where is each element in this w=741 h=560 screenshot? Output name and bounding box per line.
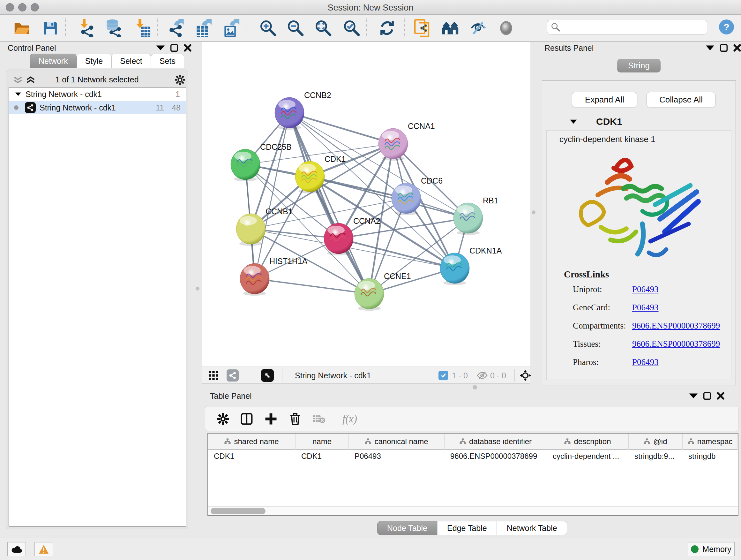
panel-menu-icon[interactable] bbox=[156, 45, 165, 51]
scrollbar-thumb[interactable] bbox=[211, 508, 266, 514]
network-edge-HIST1H1A-CCNE1[interactable] bbox=[255, 279, 369, 294]
zoom-in-icon[interactable] bbox=[259, 19, 277, 37]
column-header-name[interactable]: name bbox=[295, 434, 349, 449]
tab-network-table[interactable]: Network Table bbox=[497, 521, 567, 535]
hide-selection-icon[interactable] bbox=[469, 19, 487, 37]
tab-network[interactable]: Network bbox=[30, 54, 77, 68]
table-cell[interactable]: P06493 bbox=[349, 449, 445, 463]
column-header-canonical-name[interactable]: canonical name bbox=[349, 434, 445, 449]
column-header-namespac[interactable]: namespac bbox=[683, 434, 738, 449]
warnings-button[interactable] bbox=[35, 542, 53, 556]
refresh-layout-icon[interactable] bbox=[378, 19, 396, 37]
import-network-file-icon[interactable] bbox=[77, 19, 95, 37]
toolbar-search[interactable] bbox=[547, 20, 707, 35]
open-session-icon[interactable] bbox=[13, 19, 30, 37]
network-edge-CCNB2-CCNA1[interactable] bbox=[289, 113, 393, 144]
float-panel-icon[interactable] bbox=[703, 392, 711, 400]
zoom-fit-icon[interactable] bbox=[314, 19, 332, 37]
column-header--id[interactable]: @id bbox=[629, 434, 683, 449]
close-panel-icon[interactable] bbox=[717, 392, 724, 400]
zoom-out-icon[interactable] bbox=[286, 19, 305, 37]
delete-column-icon[interactable] bbox=[287, 411, 304, 427]
tab-edge-table[interactable]: Edge Table bbox=[437, 521, 497, 535]
tab-string[interactable]: String bbox=[617, 59, 661, 72]
network-node-CCNA1[interactable]: CCNA1 bbox=[379, 122, 435, 161]
table-row[interactable]: CDK1CDK1P064939606.ENSP00000378699cyclin… bbox=[208, 449, 738, 463]
show-all-networks-icon[interactable] bbox=[441, 19, 459, 37]
table-cell[interactable]: 9606.ENSP00000378699 bbox=[445, 449, 547, 463]
cdk1-entry-header[interactable]: CDK1 bbox=[545, 114, 733, 129]
title-bar: Session: New Session bbox=[0, 0, 741, 15]
crosslink-link[interactable]: P06493 bbox=[632, 285, 659, 294]
memory-button[interactable]: Memory bbox=[688, 542, 735, 556]
tab-sets[interactable]: Sets bbox=[151, 54, 184, 68]
float-panel-icon[interactable] bbox=[720, 44, 728, 52]
select-columns-icon[interactable] bbox=[239, 411, 255, 427]
close-panel-icon[interactable] bbox=[733, 44, 741, 52]
crosslink-link[interactable]: P06493 bbox=[632, 303, 659, 313]
crosslink-link[interactable]: 9606.ENSP00000378699 bbox=[632, 321, 720, 331]
network-node-HIST1H1A[interactable]: HIST1H1A bbox=[240, 257, 308, 296]
column-header-shared-name[interactable]: shared name bbox=[208, 434, 295, 449]
hidden-eye-icon[interactable] bbox=[477, 369, 488, 382]
zoom-selected-icon[interactable] bbox=[343, 19, 360, 37]
export-network-icon[interactable] bbox=[167, 19, 185, 37]
import-network-database-icon[interactable] bbox=[105, 19, 122, 37]
table-gear-icon[interactable] bbox=[215, 411, 231, 427]
crosslinks-title: CrossLinks bbox=[564, 269, 609, 280]
network-node-RB1[interactable]: RB1 bbox=[454, 196, 498, 235]
network-node-CCNE1[interactable]: CCNE1 bbox=[354, 272, 411, 311]
birdseye-toggle-icon[interactable] bbox=[261, 369, 274, 382]
network-node-CDKN1A[interactable]: CDKN1A bbox=[440, 246, 502, 285]
panel-menu-icon[interactable] bbox=[689, 393, 697, 398]
tab-select[interactable]: Select bbox=[111, 54, 151, 68]
search-input[interactable] bbox=[562, 23, 700, 32]
save-session-icon[interactable] bbox=[42, 19, 59, 37]
crosslink-link[interactable]: 9606.ENSP00000378699 bbox=[632, 339, 720, 349]
network-collection-row[interactable]: String Network - cdk1 1 bbox=[9, 87, 186, 101]
grid-mode-icon[interactable] bbox=[208, 369, 219, 382]
gear-icon[interactable] bbox=[175, 74, 185, 85]
table-cell[interactable]: CDK1 bbox=[295, 449, 349, 463]
network-row[interactable]: String Network - cdk1 11 48 bbox=[9, 101, 186, 114]
window-title: Session: New Session bbox=[0, 3, 741, 13]
table-cell[interactable]: cyclin-dependent ... bbox=[547, 449, 629, 463]
collapse-all-button[interactable]: Collapse All bbox=[647, 92, 716, 107]
collection-expanded-icon[interactable] bbox=[15, 92, 21, 96]
network-edge-CCNB2-CCNE1[interactable] bbox=[289, 113, 369, 294]
tab-style[interactable]: Style bbox=[77, 54, 112, 68]
network-column-icon bbox=[365, 438, 371, 445]
table-horizontal-scrollbar[interactable] bbox=[208, 506, 738, 515]
export-table-icon[interactable] bbox=[194, 19, 212, 37]
memory-label: Memory bbox=[702, 545, 731, 554]
column-header-database-identifier[interactable]: database identifier bbox=[445, 434, 547, 449]
current-network-title: String Network - cdk1 bbox=[295, 369, 371, 382]
right-splitter-handle[interactable] bbox=[532, 210, 536, 214]
show-selection-icon[interactable] bbox=[497, 19, 515, 37]
tab-node-table[interactable]: Node Table bbox=[377, 521, 437, 535]
cloud-status-button[interactable] bbox=[7, 542, 26, 556]
selected-nodes-checkbox[interactable] bbox=[439, 369, 448, 382]
close-panel-icon[interactable] bbox=[184, 44, 192, 52]
network-node-CCNB2[interactable]: CCNB2 bbox=[275, 91, 331, 130]
table-cell[interactable]: CDK1 bbox=[208, 449, 295, 463]
import-table-file-icon[interactable] bbox=[133, 19, 151, 37]
string-view-icon[interactable] bbox=[226, 369, 239, 382]
add-column-icon[interactable] bbox=[263, 411, 279, 427]
export-image-icon[interactable] bbox=[222, 19, 240, 37]
expand-all-button[interactable]: Expand All bbox=[572, 92, 637, 107]
clone-network-icon[interactable] bbox=[413, 19, 431, 37]
table-cell[interactable]: stringdb:9... bbox=[629, 449, 683, 463]
network-canvas[interactable]: CCNB2CCNA1CDC25BCDK1CDC6RB1CCNB1CCNA2CDK… bbox=[202, 42, 530, 367]
center-view-icon[interactable] bbox=[520, 369, 531, 382]
left-splitter-handle[interactable] bbox=[196, 287, 199, 291]
entry-expanded-icon[interactable] bbox=[570, 119, 577, 124]
float-panel-icon[interactable] bbox=[171, 44, 178, 52]
panel-menu-icon[interactable] bbox=[706, 45, 714, 51]
network-node-CDC25B[interactable]: CDC25B bbox=[231, 142, 292, 181]
table-cell[interactable]: stringdb bbox=[683, 449, 738, 463]
crosslink-link[interactable]: P06493 bbox=[632, 357, 659, 367]
help-button[interactable]: ? bbox=[719, 19, 734, 35]
column-header-description[interactable]: description bbox=[547, 434, 629, 449]
network-node-CCNB1[interactable]: CCNB1 bbox=[236, 207, 293, 246]
